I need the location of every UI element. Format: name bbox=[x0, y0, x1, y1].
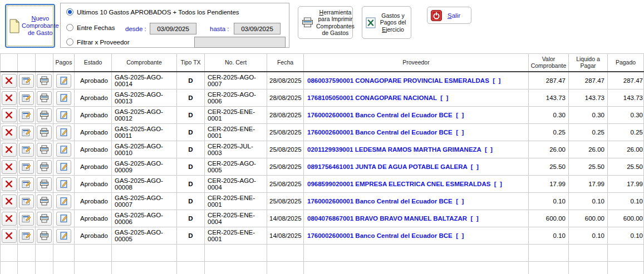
tipo-tx-cell: D bbox=[177, 141, 205, 158]
properties-button[interactable] bbox=[19, 126, 34, 140]
delete-button[interactable] bbox=[2, 74, 17, 88]
valor-comprobante-cell: 143.73 bbox=[529, 89, 569, 106]
properties-button[interactable] bbox=[19, 108, 34, 122]
pagos-cell bbox=[53, 227, 75, 244]
proveedor-filter-input[interactable] bbox=[194, 37, 286, 48]
edit-note-icon bbox=[60, 180, 68, 188]
delete-icon bbox=[4, 162, 13, 171]
gastos-pagos-ejercicio-button[interactable]: Gastos y Pagos del Ejercicio bbox=[362, 6, 411, 39]
comprobante-cell: GAS-2025-AGO-00006 bbox=[112, 210, 177, 227]
delete-icon bbox=[4, 180, 13, 188]
pagos-button[interactable] bbox=[56, 160, 71, 174]
print-button[interactable] bbox=[37, 229, 52, 243]
delete-button[interactable] bbox=[2, 143, 17, 157]
filter-option-entre-fechas[interactable]: Entre Fechas bbox=[66, 24, 115, 31]
proveedor-link[interactable]: 1760002600001 Banco Central del Ecuador … bbox=[304, 107, 529, 123]
edit-note-icon bbox=[60, 197, 68, 206]
pagos-button[interactable] bbox=[56, 195, 71, 208]
pagos-button[interactable] bbox=[56, 74, 71, 88]
desde-date-input[interactable] bbox=[150, 23, 196, 34]
delete-icon bbox=[4, 214, 13, 223]
proveedor-link[interactable]: 1760002600001 Banco Central del Ecuador … bbox=[304, 227, 529, 244]
proveedor-link[interactable]: 0891756461001 JUNTA DE AGUA POTABLE GALE… bbox=[304, 158, 529, 175]
pagos-button[interactable] bbox=[56, 108, 71, 122]
tipo-tx-cell: D bbox=[177, 158, 205, 175]
printer-icon bbox=[302, 17, 313, 28]
no-cert-cell: CER-2025-AGO-0007 bbox=[205, 72, 267, 89]
pagos-button[interactable] bbox=[56, 177, 71, 191]
pagado-cell: 25.50 bbox=[608, 158, 644, 175]
header-proveedor: Proveedor bbox=[304, 54, 529, 71]
empty-table-row bbox=[0, 262, 644, 274]
pagos-button[interactable] bbox=[56, 91, 71, 105]
print-cell bbox=[36, 107, 53, 123]
properties-button[interactable] bbox=[19, 195, 34, 208]
properties-button[interactable] bbox=[19, 212, 34, 226]
properties-icon bbox=[22, 93, 31, 102]
imprimir-button-label: Herramienta para Imprimir Comprobantes d… bbox=[316, 9, 355, 37]
properties-button[interactable] bbox=[19, 229, 34, 243]
delete-button[interactable] bbox=[2, 177, 17, 191]
properties-button[interactable] bbox=[19, 160, 34, 174]
print-cell bbox=[36, 141, 53, 158]
delete-cell bbox=[1, 227, 18, 244]
printer-icon bbox=[40, 162, 49, 171]
delete-button[interactable] bbox=[2, 160, 17, 174]
edit-note-icon bbox=[60, 111, 68, 119]
print-button[interactable] bbox=[37, 177, 52, 191]
print-button[interactable] bbox=[37, 74, 52, 88]
print-button[interactable] bbox=[37, 126, 52, 140]
hasta-date-input[interactable] bbox=[234, 23, 281, 34]
pagos-button[interactable] bbox=[56, 143, 71, 157]
properties-button[interactable] bbox=[19, 91, 34, 105]
delete-button[interactable] bbox=[2, 91, 17, 105]
proveedor-link[interactable]: 0968599020001 EMPRESA ELECTRICA CNEL ESM… bbox=[304, 176, 529, 192]
valor-comprobante-cell: 26.00 bbox=[529, 141, 569, 158]
valor-comprobante-cell: 600.00 bbox=[529, 210, 569, 227]
properties-button[interactable] bbox=[19, 177, 34, 191]
print-button[interactable] bbox=[37, 160, 52, 174]
print-button[interactable] bbox=[37, 143, 52, 157]
comprobante-cell: GAS-2025-AGO-00007 bbox=[112, 193, 177, 210]
properties-icon bbox=[22, 214, 31, 223]
properties-cell bbox=[18, 72, 36, 89]
print-button[interactable] bbox=[37, 195, 52, 208]
properties-button[interactable] bbox=[19, 74, 34, 88]
delete-button[interactable] bbox=[2, 229, 17, 243]
delete-button[interactable] bbox=[2, 212, 17, 226]
liquido-a-pagar-cell: 0.10 bbox=[569, 193, 608, 210]
properties-button[interactable] bbox=[19, 143, 34, 157]
comprobante-cell: GAS-2025-AGO-00010 bbox=[112, 141, 177, 158]
print-cell bbox=[36, 176, 53, 192]
pagos-button[interactable] bbox=[56, 212, 71, 226]
estado-cell: Aprobado bbox=[75, 210, 112, 227]
delete-cell bbox=[1, 210, 18, 227]
fecha-cell: 14/08/2025 bbox=[267, 227, 304, 244]
filter-option-ultimos[interactable]: Ultimos 10 Gastos APROBADOS + Todos los … bbox=[66, 8, 239, 16]
delete-button[interactable] bbox=[2, 108, 17, 122]
print-button[interactable] bbox=[37, 91, 52, 105]
pagos-button[interactable] bbox=[56, 229, 71, 243]
properties-cell bbox=[18, 124, 36, 141]
filter-option-proveedor[interactable]: Filtrar x Proveedor bbox=[66, 38, 130, 46]
proveedor-link[interactable]: 1760002600001 Banco Central del Ecuador … bbox=[304, 124, 529, 141]
estado-cell: Aprobado bbox=[75, 72, 112, 89]
tipo-tx-cell: D bbox=[177, 72, 205, 89]
edit-note-icon bbox=[60, 76, 68, 85]
delete-button[interactable] bbox=[2, 195, 17, 208]
delete-button[interactable] bbox=[2, 126, 17, 140]
comprobante-cell: GAS-2025-AGO-00008 bbox=[112, 176, 177, 192]
pagos-button[interactable] bbox=[56, 126, 71, 140]
imprimir-comprobantes-button[interactable]: Herramienta para Imprimir Comprobantes d… bbox=[298, 6, 353, 39]
pagos-cell bbox=[53, 72, 75, 89]
proveedor-link[interactable]: 0804076867001 BRAVO BRAVO MANUEL BALTAZA… bbox=[304, 210, 529, 227]
salir-button[interactable]: Salir bbox=[427, 7, 471, 24]
proveedor-link[interactable]: 0201129939001 LEDESMA RAMOS MARTHA GRIMA… bbox=[304, 141, 529, 158]
nuevo-comprobante-button[interactable]: Nuevo Comprobante de Gasto bbox=[5, 4, 55, 48]
proveedor-link[interactable]: 1760002600001 Banco Central del Ecuador … bbox=[304, 193, 529, 210]
print-button[interactable] bbox=[37, 212, 52, 226]
proveedor-link[interactable]: 0860037590001 CONAGOPARE PROVINCIAL ESME… bbox=[304, 72, 529, 89]
estado-cell: Aprobado bbox=[75, 176, 112, 192]
proveedor-link[interactable]: 1768105050001 CONAGOPARE NACIONAL [ ] bbox=[304, 89, 529, 106]
print-button[interactable] bbox=[37, 108, 52, 122]
